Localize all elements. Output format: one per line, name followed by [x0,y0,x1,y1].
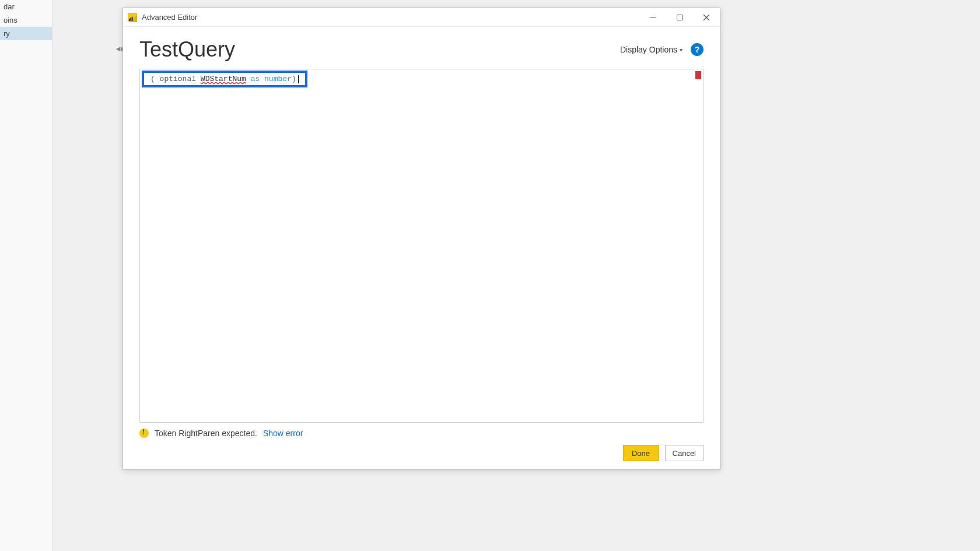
token-keyword-optional: optional [155,75,201,83]
window-controls [639,8,720,27]
status-row: Token RightParen expected. Show error [139,423,704,440]
advanced-editor-dialog: Advanced Editor TestQuery Display Option… [123,8,720,470]
svg-rect-1 [677,15,682,20]
maximize-button[interactable] [666,8,693,27]
code-line: ( optional WDStartNum as number) [146,73,303,85]
error-marker-icon[interactable] [695,71,701,79]
queries-pane-item[interactable]: ry [0,27,52,40]
window-title: Advanced Editor [142,13,197,22]
cancel-button[interactable]: Cancel [665,445,704,461]
show-error-link[interactable]: Show error [263,429,303,438]
help-button[interactable]: ? [691,43,704,56]
close-button[interactable] [693,8,720,27]
code-editor[interactable]: ( optional WDStartNum as number) [139,69,704,423]
titlebar: Advanced Editor [123,8,720,27]
powerbi-icon [128,13,137,22]
display-options-dropdown[interactable]: Display Options ▾ [620,45,682,54]
button-row: Done Cancel [139,440,704,464]
minimize-button[interactable] [639,8,666,27]
token-lparen: ( [150,75,155,83]
token-identifier: WDStartNum [201,75,246,83]
done-button[interactable]: Done [623,445,659,461]
dialog-body: TestQuery Display Options ▾ ? ( optional… [123,27,720,469]
header-right: Display Options ▾ ? [620,43,704,56]
token-type: number [264,75,292,83]
queries-pane-item[interactable]: dar [0,0,52,13]
text-cursor [298,75,299,83]
selection-highlight: ( optional WDStartNum as number) [142,71,307,87]
header-row: TestQuery Display Options ▾ ? [139,37,704,62]
status-message: Token RightParen expected. [155,429,257,438]
display-options-label: Display Options [620,45,677,54]
query-name-heading: TestQuery [139,37,235,62]
warning-icon [139,429,149,438]
token-rparen: ) [292,75,296,83]
token-keyword-as: as [246,75,264,83]
chevron-down-icon: ▾ [680,47,682,53]
queries-pane: dar oins ry [0,0,52,551]
queries-pane-item[interactable]: oins [0,13,52,27]
